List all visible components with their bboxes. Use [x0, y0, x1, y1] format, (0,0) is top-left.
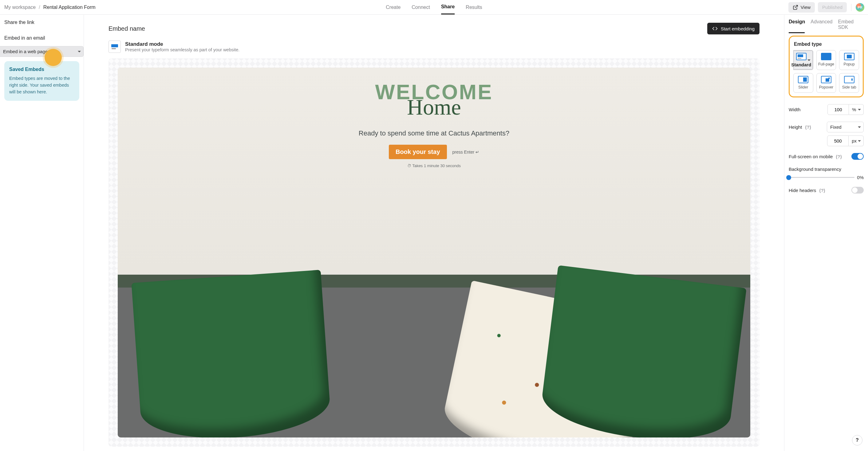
height-label: Height [789, 124, 802, 130]
embed-type-title: Embed type [794, 41, 859, 47]
page-title: Embed name [108, 25, 145, 32]
svg-line-0 [795, 5, 797, 8]
hide-headers-toggle[interactable] [851, 187, 864, 194]
mode-subtitle: Present your typeform seamlessly as part… [125, 47, 240, 52]
published-button-label: Published [822, 5, 842, 10]
embed-type-popover[interactable]: Popover [816, 73, 836, 93]
sidetab-type-icon [844, 76, 855, 83]
view-button[interactable]: View [788, 2, 815, 12]
typeform-preview[interactable]: WELCOME Home Ready to spend some time at… [118, 68, 750, 438]
saved-embeds-title: Saved Embeds [9, 67, 74, 72]
right-tab-advanced[interactable]: Advanced [810, 19, 832, 30]
published-button: Published [818, 2, 847, 12]
tab-results[interactable]: Results [466, 0, 482, 14]
popup-type-icon [844, 53, 855, 60]
height-help-icon[interactable]: (?) [805, 124, 811, 130]
breadcrumb-separator: / [39, 5, 40, 10]
start-embedding-label: Start embedding [721, 26, 754, 31]
standard-type-icon [796, 53, 807, 60]
embed-type-standard[interactable]: Standard [793, 50, 813, 70]
embed-type-sidetab-label: Side tab [842, 85, 856, 89]
right-tab-embed-sdk[interactable]: Embed SDK [838, 19, 864, 30]
tab-connect[interactable]: Connect [411, 0, 430, 14]
fullscreen-mobile-help-icon[interactable]: (?) [836, 154, 842, 159]
tab-share[interactable]: Share [441, 0, 455, 14]
tab-create[interactable]: Create [386, 0, 401, 14]
start-embedding-button[interactable]: Start embedding [707, 23, 760, 34]
width-unit-select[interactable]: % [849, 104, 864, 115]
embed-type-popup-label: Popup [844, 62, 855, 66]
breadcrumb-form-name[interactable]: Rental Application Form [43, 5, 96, 10]
avatar[interactable]: PR [856, 3, 864, 12]
right-tab-design[interactable]: Design [789, 19, 805, 30]
sidebar-item-embed-webpage[interactable]: Embed in a web page [0, 46, 84, 57]
preview-home-text: Home [407, 95, 461, 120]
embed-type-slider-label: Slider [798, 85, 808, 89]
fullscreen-mobile-label: Full-screen on mobile [789, 154, 833, 159]
hide-headers-label: Hide headers [789, 188, 816, 193]
width-label: Width [789, 107, 800, 112]
bg-transparency-label: Background transparency [789, 166, 841, 172]
saved-embeds-card: Saved Embeds Embed types are moved to th… [4, 61, 79, 101]
embed-type-fullpage[interactable]: Full-page [816, 50, 836, 70]
code-icon [712, 26, 718, 31]
preview-canvas: WELCOME Home Ready to spend some time at… [108, 58, 760, 447]
preview-cta-button[interactable]: Book your stay [389, 145, 446, 159]
external-link-icon [793, 5, 798, 10]
embed-type-sidetab[interactable]: Side tab [839, 73, 859, 93]
fullpage-type-icon [821, 53, 831, 60]
slider-type-icon [798, 76, 808, 83]
view-button-label: View [801, 5, 810, 10]
bg-transparency-value: 0% [857, 175, 864, 180]
standard-mode-icon [108, 40, 121, 53]
embed-type-section: Embed type Standard Full-page Popup Slid… [789, 36, 864, 97]
hide-headers-help-icon[interactable]: (?) [819, 188, 825, 193]
height-input[interactable] [827, 135, 849, 146]
help-fab-button[interactable]: ? [852, 435, 863, 446]
fullscreen-mobile-toggle[interactable] [851, 153, 864, 160]
popover-type-icon [821, 76, 831, 83]
preview-subtitle: Ready to spend some time at Cactus Apart… [359, 129, 509, 137]
sidebar-item-embed-email[interactable]: Embed in an email [0, 30, 84, 46]
bg-transparency-slider-thumb[interactable] [786, 175, 791, 180]
height-mode-select[interactable]: Fixed [827, 122, 864, 132]
embed-type-popover-label: Popover [819, 85, 834, 89]
mode-title: Standard mode [125, 41, 240, 47]
saved-embeds-body: Embed types are moved to the right side.… [9, 75, 74, 95]
preview-enter-hint: press Enter ↵ [453, 150, 479, 155]
bg-transparency-slider[interactable] [789, 177, 855, 178]
sidebar-item-share-link[interactable]: Share the link [0, 15, 84, 30]
breadcrumb-workspace[interactable]: My workspace [4, 5, 36, 10]
width-input[interactable] [828, 104, 849, 115]
embed-type-popup[interactable]: Popup [839, 50, 859, 70]
divider [851, 4, 851, 11]
sidebar-item-embed-webpage-label: Embed in a web page [3, 49, 48, 54]
embed-type-standard-label: Standard [791, 62, 811, 67]
embed-type-slider[interactable]: Slider [793, 73, 813, 93]
height-unit-select[interactable]: px [849, 135, 864, 146]
embed-type-fullpage-label: Full-page [818, 62, 834, 66]
preview-time-estimate: ⏱ Takes 1 minute 30 seconds [407, 163, 461, 168]
